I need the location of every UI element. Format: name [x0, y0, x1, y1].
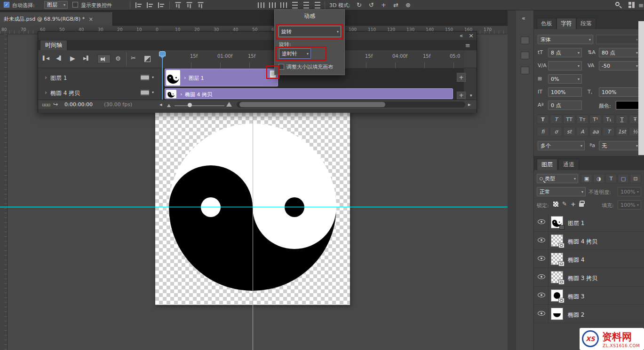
visibility-eye-icon[interactable] [538, 293, 545, 297]
tracking-select[interactable]: -50▾ [599, 61, 640, 70]
align-left-icon[interactable] [135, 2, 142, 8]
lock-position-icon[interactable]: + [571, 201, 576, 207]
tab-timeline[interactable]: 时间轴 [40, 40, 67, 50]
distribute-center-icon[interactable] [303, 2, 309, 8]
distribute-right-icon[interactable] [315, 2, 320, 8]
ruler-vertical[interactable] [0, 34, 8, 350]
align-bottom-icon[interactable] [198, 2, 204, 8]
show-transform-checkbox[interactable] [72, 2, 78, 8]
panel-menu-icon[interactable]: ≡ [465, 42, 470, 48]
tab-character[interactable]: 字符 [557, 18, 576, 29]
chevron-right-icon[interactable]: › [184, 75, 186, 80]
expand-panels-icon[interactable]: « [522, 15, 525, 21]
collapsed-panel-icon[interactable] [521, 37, 529, 44]
superscript-button[interactable]: T¹ [589, 115, 602, 124]
filter-pixel-layers-button[interactable]: ▣ [581, 174, 592, 183]
render-arrow-icon[interactable]: ↪ [53, 101, 58, 107]
timeline-scrollbar-thumb[interactable] [239, 102, 385, 107]
add-media-button[interactable]: + [457, 73, 466, 82]
layer-row[interactable]: 椭圆 3 拷贝 [534, 268, 644, 287]
contextual-alternates-button[interactable]: ơ [550, 127, 562, 136]
tab-channels[interactable]: 通道 [558, 159, 579, 170]
discretionary-ligatures-button[interactable]: st [563, 127, 575, 136]
align-middle-icon[interactable] [187, 2, 192, 8]
lock-all-icon[interactable] [579, 203, 584, 207]
chevron-down-icon[interactable]: ▾ [152, 76, 154, 79]
auto-select-checkbox[interactable]: ✓ [4, 2, 9, 8]
guide-vertical[interactable] [253, 113, 253, 350]
close-icon[interactable]: × [88, 16, 93, 23]
tab-layers[interactable]: 图层 [537, 159, 557, 170]
document-tab[interactable]: 卦未成品.psd @ 68.9%(RGB/8) * × [0, 12, 113, 26]
track1-header-label[interactable]: 图层 1 [50, 74, 67, 82]
layer-filter-select[interactable]: 类型▾ [537, 174, 578, 183]
layer-row[interactable]: 椭圆 4 [534, 250, 644, 268]
scroll-right-icon[interactable]: ▸ [468, 102, 471, 107]
swash-button[interactable]: A [576, 127, 588, 136]
visibility-eye-icon[interactable] [538, 256, 545, 261]
faux-bold-button[interactable]: T [537, 115, 549, 124]
filter-shape-layers-button[interactable]: ▢ [618, 174, 629, 183]
text-color-swatch[interactable] [616, 101, 640, 109]
3d-roll-icon[interactable]: ↺ [369, 2, 374, 8]
search-icon[interactable] [615, 2, 620, 6]
guide-horizontal[interactable] [0, 207, 508, 207]
titling-alternates-button[interactable]: T [603, 127, 615, 136]
track2-header-label[interactable]: 椭圆 4 拷贝 [50, 89, 80, 97]
subscript-button[interactable]: T₁ [603, 115, 615, 124]
layer-thumbnail[interactable] [551, 308, 563, 320]
zoom-slider-knob[interactable] [188, 103, 192, 107]
frames-view-icon[interactable]: ▫▫▫ [42, 102, 50, 107]
chevron-right-icon[interactable]: › [45, 75, 47, 80]
auto-select-target-select[interactable]: 图层▾ [44, 1, 68, 9]
edge-panel-strip[interactable] [638, 21, 644, 155]
gear-icon[interactable]: ⚙ [115, 55, 121, 62]
clip-layer1[interactable]: › 图层 1 [165, 69, 278, 86]
timeline-scrollbar[interactable] [237, 101, 465, 108]
transition-icon[interactable] [144, 56, 151, 62]
blend-mode-select[interactable]: 正常▾ [537, 187, 586, 196]
first-frame-icon[interactable]: ▌◀ [43, 56, 49, 61]
tab-paragraph[interactable]: 段落 [576, 18, 596, 29]
visibility-eye-icon[interactable] [538, 274, 545, 279]
layer-thumbnail[interactable] [551, 289, 563, 302]
layer-thumbnail[interactable] [551, 216, 563, 228]
3d-pan-icon[interactable]: + [381, 2, 386, 8]
distribute-left-icon[interactable] [292, 2, 298, 8]
layer-row[interactable]: 图层 1 [534, 213, 644, 232]
font-size-select[interactable]: 8 点▾ [548, 48, 582, 57]
close-icon[interactable]: × [469, 32, 474, 39]
align-right-icon[interactable] [158, 2, 164, 8]
layer-thumbnail[interactable] [551, 271, 563, 283]
stylistic-alternates-button[interactable]: aa [589, 127, 602, 136]
resize-canvas-checkbox[interactable] [278, 64, 284, 70]
panel-menu-icon[interactable]: ≡ [638, 2, 644, 8]
chevron-down-icon[interactable]: ▾ [152, 91, 154, 94]
all-caps-button[interactable]: TT [563, 115, 575, 124]
layer-row[interactable]: 椭圆 3 [534, 287, 644, 305]
motion-style-select[interactable]: 旋转▾ [278, 26, 341, 37]
scroll-left-icon[interactable]: ◂ [159, 102, 162, 107]
layer-row[interactable]: 椭圆 2 [534, 305, 644, 323]
horizontal-scale-field[interactable]: 100% [599, 87, 640, 97]
kerning-select[interactable]: ▾ [548, 61, 582, 70]
rotate-direction-select[interactable]: 逆时针▾ [279, 48, 311, 59]
playhead[interactable] [159, 51, 166, 56]
3d-rotate-icon[interactable]: ↻ [357, 2, 362, 8]
collapsed-panel-icon[interactable] [521, 67, 529, 74]
3d-slide-icon[interactable]: ⇄ [393, 2, 398, 8]
distribute-middle-icon[interactable] [269, 2, 276, 8]
zoom-slider-track[interactable] [175, 105, 224, 106]
filter-smart-objects-button[interactable]: ⊡ [630, 174, 641, 183]
collapsed-panel-icon[interactable] [521, 52, 529, 59]
ligatures-button[interactable]: fi [537, 127, 549, 136]
chevron-right-icon[interactable]: › [45, 90, 47, 95]
scroll-down-icon[interactable]: ▾ [470, 93, 472, 98]
3d-scale-icon[interactable]: ⊕ [405, 2, 411, 8]
visibility-eye-icon[interactable] [538, 238, 545, 242]
chevron-right-icon[interactable]: › [180, 92, 182, 97]
clip-ellipse4-copy[interactable]: › 椭圆 4 拷贝 [165, 88, 453, 99]
visibility-eye-icon[interactable] [538, 311, 545, 316]
scissors-icon[interactable]: ✂ [131, 55, 136, 61]
play-icon[interactable]: ▶ [70, 55, 75, 62]
